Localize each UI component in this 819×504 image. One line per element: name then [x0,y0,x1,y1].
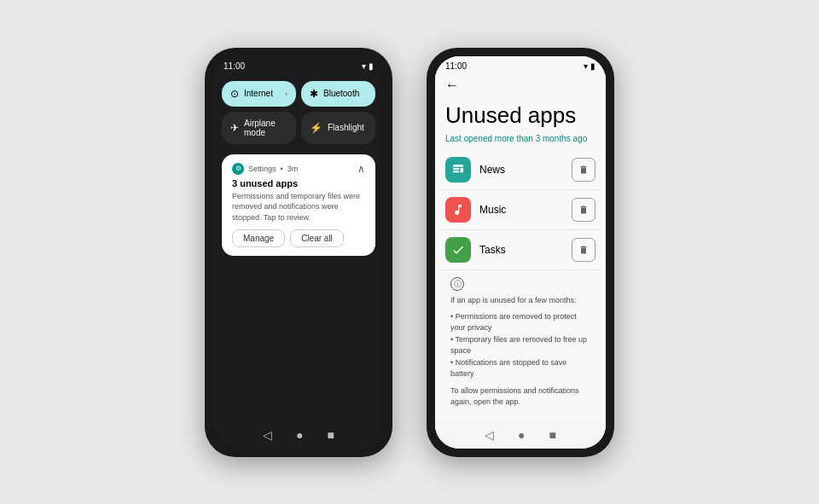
left-phone: 11:00 ▾ ▮ ⊙ Internet › ✱ Bluetooth [205,48,392,457]
info-bullet-2: • Temporary files are removed to free up… [450,334,590,357]
news-app-icon [445,157,471,182]
notification-card[interactable]: ⚙ Settings • 3m ∧ 3 unused apps Permissi… [222,154,375,257]
tile-flashlight[interactable]: ⚡ Flashlight [301,112,375,144]
left-screen: 11:00 ▾ ▮ ⊙ Internet › ✱ Bluetooth [213,56,384,449]
tiles-row-2: ✈ Airplane mode ⚡ Flashlight [222,112,375,144]
wifi-icon: ▾ [362,61,366,71]
left-nav-bar: ◁ ● ■ [213,421,384,449]
clear-all-button[interactable]: Clear all [290,229,344,247]
notif-expand-icon[interactable]: ∧ [357,163,365,175]
right-screen: 11:00 ▾ ▮ ← Unused apps Last opened more… [435,56,606,449]
notification-area: ⚙ Settings • 3m ∧ 3 unused apps Permissi… [213,148,384,421]
notif-app-name: Settings [248,165,276,173]
airplane-tile-icon: ✈ [230,122,239,134]
tasks-app-name: Tasks [479,244,563,256]
music-delete-button[interactable] [572,198,595,222]
notif-app-info: ⚙ Settings • 3m [232,163,298,175]
right-status-bar: 11:00 ▾ ▮ [435,56,606,74]
tile-flashlight-label: Flashlight [328,123,364,132]
settings-app-icon: ⚙ [232,163,244,175]
app-bar: ← [435,74,606,100]
home-nav-btn[interactable]: ● [296,428,303,442]
section-label: Last opened more than 3 months ago [435,134,606,150]
info-icon: ⓘ [450,277,464,291]
right-home-nav-btn[interactable]: ● [518,428,525,442]
right-time: 11:00 [445,61,467,71]
news-app-name: News [479,164,563,176]
right-recents-nav-btn[interactable]: ■ [549,428,556,442]
notif-time: 3m [288,165,299,173]
manage-button[interactable]: Manage [232,229,285,247]
left-time: 11:00 [224,61,245,71]
battery-icon: ▮ [369,61,374,71]
right-phone: 11:00 ▾ ▮ ← Unused apps Last opened more… [427,48,614,457]
recents-nav-btn[interactable]: ■ [328,428,334,442]
info-section: ⓘ If an app is unused for a few months: … [440,270,601,415]
info-footer: To allow permissions and notifications a… [450,385,590,408]
info-bullet-3: • Notifications are stopped to save batt… [450,357,590,380]
svg-rect-0 [453,165,463,167]
tile-bluetooth-label: Bluetooth [323,89,359,98]
back-button[interactable]: ← [445,78,459,92]
notif-dot: • [281,165,283,173]
right-status-icons: ▾ ▮ [584,61,595,71]
app-item-music: Music [440,190,601,230]
music-app-name: Music [479,204,563,216]
right-back-nav-btn[interactable]: ◁ [485,428,494,442]
info-title: If an app is unused for a few months: [450,295,590,307]
back-nav-btn[interactable]: ◁ [263,428,272,442]
notif-body: Permissions and temporary files were rem… [232,191,365,223]
tile-internet-label: Internet [244,89,273,98]
wifi-tile-icon: ⊙ [230,88,239,100]
tile-airplane[interactable]: ✈ Airplane mode [222,112,296,144]
right-battery-icon: ▮ [590,61,595,71]
quick-settings: ⊙ Internet › ✱ Bluetooth ✈ Airplane mode [213,74,384,148]
tile-bluetooth[interactable]: ✱ Bluetooth [301,81,375,107]
flashlight-tile-icon: ⚡ [310,122,322,134]
apps-list: News Music [435,150,606,420]
notif-actions: Manage Clear all [232,229,365,247]
tiles-row-1: ⊙ Internet › ✱ Bluetooth [222,81,375,107]
music-app-icon [445,197,471,223]
info-bullet-1: • Permissions are removed to protect you… [450,311,590,334]
phones-container: 11:00 ▾ ▮ ⊙ Internet › ✱ Bluetooth [205,48,614,457]
notif-title: 3 unused apps [232,178,365,188]
tasks-app-icon [445,237,471,263]
tile-airplane-label: Airplane mode [244,119,288,137]
right-nav-bar: ◁ ● ■ [435,421,606,449]
chevron-icon: › [285,90,288,98]
app-item-tasks: Tasks [440,230,601,270]
left-status-icons: ▾ ▮ [362,61,374,71]
bluetooth-tile-icon: ✱ [310,88,318,100]
svg-rect-1 [453,168,459,170]
news-delete-button[interactable] [572,158,595,182]
right-wifi-icon: ▾ [584,61,588,71]
svg-rect-3 [461,168,463,172]
unused-apps-screen: 11:00 ▾ ▮ ← Unused apps Last opened more… [435,56,606,449]
tile-internet[interactable]: ⊙ Internet › [222,81,296,107]
svg-rect-2 [453,171,459,172]
tasks-delete-button[interactable] [572,238,595,262]
page-title: Unused apps [435,100,606,135]
left-status-bar: 11:00 ▾ ▮ [213,56,384,74]
notif-header: ⚙ Settings • 3m ∧ [232,163,365,175]
app-item-news: News [440,150,601,190]
